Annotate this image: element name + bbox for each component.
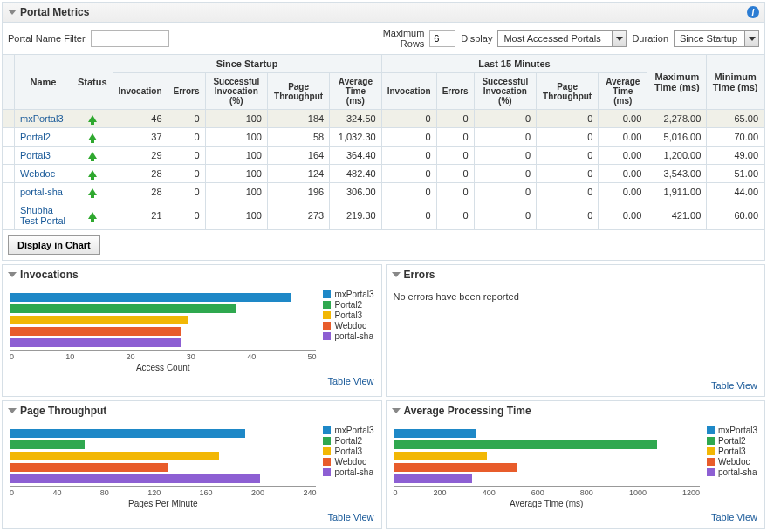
axis-label: Average Time (ms) [394, 499, 700, 508]
invocations-panel: Invocations 01020304050Access Count mxPo… [2, 264, 382, 397]
bar [394, 452, 487, 460]
portal-name-link[interactable]: Shubha Test Portal [15, 201, 72, 230]
display-in-chart-button[interactable]: Display in Chart [8, 235, 100, 255]
collapse-icon[interactable] [8, 272, 17, 277]
portal-name-link[interactable]: Portal3 [15, 147, 72, 165]
legend-item: Webdoc [323, 457, 373, 467]
table-row[interactable]: mxPortal3460100184324.5000000.002,278.00… [3, 110, 764, 128]
status-up-icon [72, 165, 113, 183]
legend-item: Portal2 [323, 436, 373, 446]
bar [10, 293, 291, 302]
portal-name-link[interactable]: Portal2 [15, 128, 72, 147]
bar [10, 440, 85, 449]
legend-item: mxPortal3 [707, 426, 757, 435]
legend-item: portal-sha [707, 467, 757, 477]
duration-label: Duration [632, 33, 668, 44]
legend-item: Portal2 [323, 300, 373, 310]
max-rows-input[interactable] [429, 30, 455, 47]
bar [10, 452, 219, 460]
legend-item: Portal3 [707, 447, 757, 456]
status-up-icon [72, 128, 113, 147]
chart-title: Invocations [20, 269, 79, 281]
filter-row: Portal Name Filter Maximum Rows Display … [3, 23, 764, 54]
collapse-icon[interactable] [8, 10, 17, 15]
table-row[interactable]: portal-sha280100196306.0000000.001,911.0… [3, 183, 764, 201]
legend-item: mxPortal3 [323, 426, 373, 435]
collapse-icon[interactable] [8, 408, 17, 413]
no-errors-msg: No errors have been reported [387, 284, 765, 309]
bar [394, 474, 472, 483]
chevron-down-icon[interactable] [612, 31, 626, 46]
bar [10, 304, 236, 313]
info-icon[interactable]: i [747, 6, 759, 18]
errors-panel: Errors No errors have been reported Tabl… [386, 264, 766, 397]
table-row[interactable]: Portal3290100164364.4000000.001,200.0049… [3, 147, 764, 165]
bar [10, 474, 260, 483]
col-max[interactable]: Maximum Time (ms) [647, 55, 707, 110]
panel-header: Portal Metrics i [3, 3, 764, 23]
chart-title: Page Throughput [20, 405, 106, 417]
metrics-table: Name Status Since Startup Last 15 Minute… [3, 54, 764, 230]
legend-item: Webdoc [323, 321, 373, 331]
table-row[interactable]: Portal2370100581,032.3000000.005,016.007… [3, 128, 764, 147]
bar [10, 327, 181, 336]
table-view-link[interactable]: Table View [328, 512, 374, 522]
duration-select[interactable]: Since Startup [674, 30, 759, 47]
portal-name-link[interactable]: mxPortal3 [15, 110, 72, 128]
page-throughput-panel: Page Throughput 04080120160200240Pages P… [2, 400, 382, 529]
status-up-icon [72, 201, 113, 230]
colgroup-last15: Last 15 Minutes [381, 55, 647, 73]
legend-item: Portal2 [707, 436, 757, 446]
table-view-link[interactable]: Table View [328, 376, 374, 386]
bar [10, 316, 188, 324]
legend-item: Webdoc [707, 457, 757, 467]
portal-metrics-panel: Portal Metrics i Portal Name Filter Maxi… [2, 2, 765, 261]
axis-label: Pages Per Minute [10, 499, 316, 508]
bar [10, 463, 168, 472]
max-rows-label: Maximum Rows [383, 28, 425, 49]
col-status[interactable]: Status [72, 55, 113, 110]
col-min[interactable]: Minimum Time (ms) [707, 55, 764, 110]
name-filter-input[interactable] [91, 30, 169, 47]
table-row[interactable]: Shubha Test Portal210100273219.3000000.0… [3, 201, 764, 230]
legend-item: mxPortal3 [323, 290, 373, 299]
bar [394, 463, 517, 472]
chevron-down-icon[interactable] [744, 31, 758, 46]
portal-name-link[interactable]: portal-sha [15, 183, 72, 201]
table-row[interactable]: Webdoc280100124482.4000000.003,543.0051.… [3, 165, 764, 183]
legend-item: Portal3 [323, 447, 373, 456]
avg-processing-panel: Average Processing Time 0200400600800100… [386, 400, 766, 529]
bar [394, 440, 658, 449]
panel-title: Portal Metrics [20, 6, 89, 18]
table-view-link[interactable]: Table View [711, 380, 757, 391]
display-label: Display [461, 33, 492, 44]
errors-title: Errors [404, 269, 435, 281]
axis-label: Access Count [10, 363, 316, 372]
collapse-icon[interactable] [392, 408, 401, 413]
colgroup-since: Since Startup [113, 55, 381, 73]
col-name[interactable]: Name [15, 55, 72, 110]
legend-item: portal-sha [323, 331, 373, 341]
status-up-icon [72, 183, 113, 201]
chart-title: Average Processing Time [404, 405, 531, 417]
bar [394, 429, 477, 438]
collapse-icon[interactable] [392, 272, 401, 277]
bar [10, 338, 181, 347]
portal-name-link[interactable]: Webdoc [15, 165, 72, 183]
status-up-icon [72, 147, 113, 165]
status-up-icon [72, 110, 113, 128]
legend-item: portal-sha [323, 467, 373, 477]
legend-item: Portal3 [323, 310, 373, 320]
display-select[interactable]: Most Accessed Portals [497, 30, 627, 47]
name-filter-label: Portal Name Filter [8, 33, 86, 44]
bar [10, 429, 245, 438]
table-view-link[interactable]: Table View [711, 512, 757, 522]
